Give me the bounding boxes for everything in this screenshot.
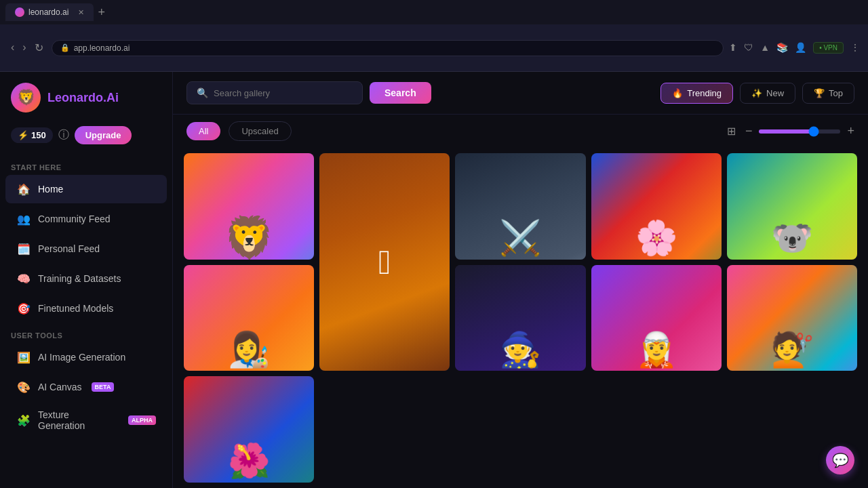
texture-gen-icon: 🧩 <box>16 413 31 428</box>
filter-all[interactable]: All <box>186 122 220 140</box>
sidebar-item-personal-feed[interactable]: 🗓️ Personal Feed <box>5 235 167 263</box>
expand-btn-6[interactable]: ⛶ <box>290 270 309 289</box>
exclude-btn-1[interactable]: ⊘ <box>267 159 285 178</box>
sidebar-community-label: Community Feed <box>38 214 111 224</box>
active-tab[interactable]: leonardo.ai ✕ <box>5 3 94 21</box>
lock-icon: 🔒 <box>60 43 70 52</box>
image-card-6[interactable]: 👩‍🎨 ⊞ ⛶ <box>184 265 314 371</box>
exclude-btn-8[interactable]: ⊘ <box>674 270 693 289</box>
image-card-3[interactable]: ⚔️ ⊞ ⊘ ⛶ <box>455 153 585 260</box>
shield-icon[interactable]: 🛡 <box>744 42 753 54</box>
tab-favicon <box>15 7 24 17</box>
finetuned-icon: 🎯 <box>16 301 31 316</box>
expand-btn-9[interactable]: ⛶ <box>833 270 852 289</box>
credits-row: ⚡ 150 ⓘ Upgrade <box>0 123 172 155</box>
credits-icon: ⚡ <box>18 130 28 140</box>
browser-actions: ⬆ 🛡 ▲ 📚 👤 • VPN ⋮ <box>729 42 860 54</box>
profile-icon[interactable]: 👤 <box>795 42 806 54</box>
nav-buttons: ‹ › ↻ <box>8 40 46 56</box>
search-button[interactable]: Search <box>370 82 431 104</box>
expand-btn-4[interactable]: ⛶ <box>697 159 716 178</box>
reload-button[interactable]: ↻ <box>32 40 46 56</box>
sidebar-item-home[interactable]: 🏠 Home <box>5 175 167 203</box>
chat-button[interactable]: 💬 <box>826 446 854 474</box>
feed-tabs: 🔥 Trending ✨ New 🏆 Top <box>660 83 854 104</box>
expand-btn-1[interactable]: ⛶ <box>290 159 309 178</box>
tab-title: leonardo.ai <box>28 7 68 17</box>
image-card-10[interactable]: 🌺 ⛶ <box>184 376 314 483</box>
image-card-2[interactable]: 𓂀 ⊞ ⛶ <box>319 153 450 371</box>
expand-btn-10[interactable]: ⛶ <box>290 382 309 401</box>
remix-btn-3[interactable]: ⊞ <box>515 159 534 178</box>
new-tab-button[interactable]: + <box>98 5 105 20</box>
address-bar[interactable]: 🔒 app.leonardo.ai <box>52 40 724 56</box>
beta-badge: BETA <box>92 382 115 392</box>
sidebar: 🦁 Leonardo.Ai ⚡ 150 ⓘ Upgrade Start Here… <box>0 72 173 488</box>
exclude-btn-5[interactable]: ⊘ <box>810 159 829 178</box>
sidebar-item-training[interactable]: 🧠 Training & Datasets <box>5 264 167 293</box>
forward-button[interactable]: › <box>20 40 28 56</box>
browser-bar: ‹ › ↻ 🔒 app.leonardo.ai ⬆ 🛡 ▲ 📚 👤 • VPN … <box>0 24 868 72</box>
credits-info-icon[interactable]: ⓘ <box>58 128 69 142</box>
remix-btn-9[interactable]: ⊞ <box>810 270 829 289</box>
search-icon: 🔍 <box>197 87 208 98</box>
trending-tab[interactable]: 🔥 Trending <box>660 83 733 104</box>
zoom-slider[interactable] <box>759 129 840 134</box>
image-card-1[interactable]: 🦁 ⊞ ⊘ ⛶ <box>184 153 314 260</box>
extension2-icon[interactable]: 📚 <box>776 42 788 54</box>
image-card-8[interactable]: 🧝 ⊘ ⛶ <box>591 265 722 371</box>
training-icon: 🧠 <box>16 271 31 286</box>
filter-bar: All Upscaled ⊞ − + <box>173 115 868 148</box>
logo-dot: .Ai <box>103 91 119 104</box>
remix-btn-4[interactable]: ⊞ <box>674 159 693 178</box>
back-button[interactable]: ‹ <box>8 40 17 56</box>
grid-view-button[interactable]: ⊞ <box>724 122 738 140</box>
sidebar-item-community-feed[interactable]: 👥 Community Feed <box>5 205 167 233</box>
remix-btn-6[interactable]: ⊞ <box>267 270 285 289</box>
zoom-in-button[interactable]: + <box>847 124 854 138</box>
tab-close-button[interactable]: ✕ <box>78 8 84 17</box>
share-icon[interactable]: ⬆ <box>729 42 737 54</box>
upgrade-button[interactable]: Upgrade <box>75 126 132 144</box>
sidebar-item-ai-canvas[interactable]: 🎨 AI Canvas BETA <box>5 373 167 401</box>
top-icon: 🏆 <box>814 88 825 98</box>
expand-btn-2[interactable]: ⛶ <box>425 159 444 178</box>
remix-btn-1[interactable]: ⊞ <box>243 159 262 178</box>
remix-btn-5[interactable]: ⊞ <box>787 159 806 178</box>
sidebar-item-finetuned[interactable]: 🎯 Finetuned Models <box>5 294 167 323</box>
search-input[interactable] <box>214 88 353 98</box>
new-tab[interactable]: ✨ New <box>740 83 795 104</box>
remix-btn-2[interactable]: ⊞ <box>402 159 421 178</box>
sidebar-ai-canvas-label: AI Canvas <box>38 382 82 392</box>
sidebar-item-ai-image-gen[interactable]: 🖼️ AI Image Generation <box>5 343 167 371</box>
address-text: app.leonardo.ai <box>74 43 715 53</box>
remix-btn-7[interactable]: ⊞ <box>538 270 557 289</box>
sidebar-training-label: Training & Datasets <box>38 273 121 284</box>
start-here-label: Start Here <box>0 155 172 174</box>
ai-canvas-icon: 🎨 <box>16 380 31 394</box>
tab-bar: leonardo.ai ✕ + <box>0 0 868 24</box>
expand-btn-7[interactable]: ⛶ <box>561 270 580 289</box>
menu-icon[interactable]: ⋮ <box>850 42 860 54</box>
extension-icon[interactable]: ▲ <box>760 42 770 54</box>
logo-name: Leonardo <box>47 91 103 104</box>
exclude-btn-3[interactable]: ⊘ <box>538 159 557 178</box>
logo-area: 🦁 Leonardo.Ai <box>0 83 172 123</box>
main-layout: 🦁 Leonardo.Ai ⚡ 150 ⓘ Upgrade Start Here… <box>0 72 868 488</box>
sidebar-finetuned-label: Finetuned Models <box>38 303 113 314</box>
expand-btn-5[interactable]: ⛶ <box>833 159 852 178</box>
expand-btn-3[interactable]: ⛶ <box>561 159 580 178</box>
image-card-9[interactable]: 💇 ⊞ ⛶ <box>727 265 857 371</box>
trending-icon: 🔥 <box>672 88 683 98</box>
image-card-4[interactable]: 🌸 ⊞ ⛶ <box>591 153 722 260</box>
image-card-7[interactable]: 🧙 ⊞ ⛶ <box>455 265 585 371</box>
zoom-out-button[interactable]: − <box>745 124 753 138</box>
sidebar-item-texture-gen[interactable]: 🧩 Texture Generation ALPHA <box>5 403 167 438</box>
expand-btn-8[interactable]: ⛶ <box>697 270 716 289</box>
sidebar-personal-label: Personal Feed <box>38 243 100 254</box>
logo-text: Leonardo.Ai <box>47 91 119 105</box>
top-label: Top <box>829 88 843 98</box>
image-card-5[interactable]: 🐨 ⊞ ⊘ ⛶ <box>727 153 857 260</box>
top-tab[interactable]: 🏆 Top <box>802 83 854 104</box>
filter-upscaled[interactable]: Upscaled <box>229 121 291 141</box>
